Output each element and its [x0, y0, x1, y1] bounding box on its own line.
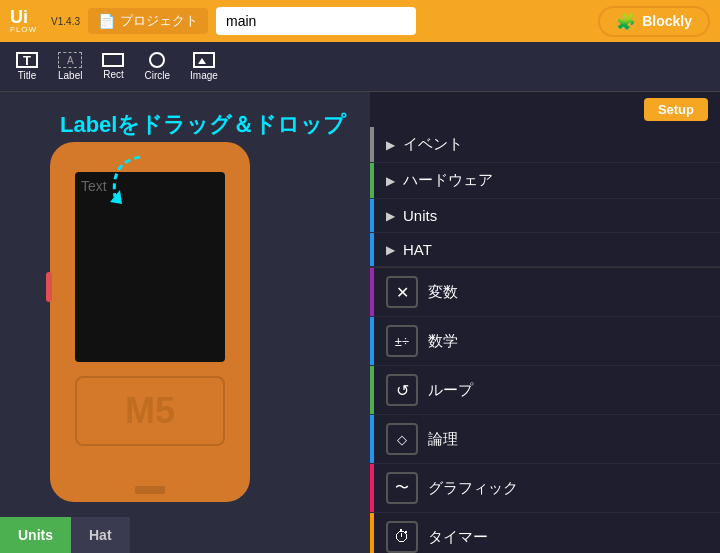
- image-tool[interactable]: Image: [190, 52, 218, 81]
- menu-item-variables[interactable]: ✕ 変数: [370, 268, 720, 317]
- title-tool-label: Title: [18, 70, 37, 81]
- menu-item-logic[interactable]: ◇ 論理: [370, 415, 720, 464]
- setup-area: Setup: [370, 92, 720, 127]
- bottom-tabs: Units Hat: [0, 517, 370, 553]
- loop-label: ループ: [428, 381, 473, 400]
- menu-item-math[interactable]: ±÷ 数学: [370, 317, 720, 366]
- math-bar: [370, 317, 374, 365]
- device-label-area: M5: [75, 376, 225, 446]
- menu-item-graphic[interactable]: 〜 グラフィック: [370, 464, 720, 513]
- hardware-bar: [370, 163, 374, 198]
- event-bar: [370, 127, 374, 162]
- circle-icon: [149, 52, 165, 68]
- graphic-label: グラフィック: [428, 479, 518, 498]
- document-icon: 📄: [98, 13, 115, 29]
- label-tool-label: Label: [58, 70, 82, 81]
- right-panel: Setup ▶ イベント ▶ ハードウェア ▶ Units: [370, 92, 720, 553]
- drag-arrow-indicator: [100, 152, 160, 216]
- menu-item-timer[interactable]: ⏱ タイマー: [370, 513, 720, 553]
- hat-bar: [370, 233, 374, 266]
- units-bar: [370, 199, 374, 232]
- timer-label: タイマー: [428, 528, 488, 547]
- rect-tool-label: Rect: [103, 69, 124, 80]
- blockly-button[interactable]: 🧩 Blockly: [598, 6, 710, 37]
- main-area: Labelをドラッグ＆ドロップ Text M5: [0, 92, 720, 553]
- logo-flow: FLOW: [10, 26, 37, 34]
- graphic-bar: [370, 464, 374, 512]
- image-tool-label: Image: [190, 70, 218, 81]
- rect-icon: [102, 53, 124, 67]
- main-input[interactable]: [216, 7, 416, 35]
- loop-icon: ↺: [386, 374, 418, 406]
- timer-icon: ⏱: [386, 521, 418, 553]
- menu-item-event[interactable]: ▶ イベント: [370, 127, 720, 163]
- blockly-label: Blockly: [642, 13, 692, 29]
- toolbar: T Title A Label Rect Circle Image: [0, 42, 720, 92]
- circle-tool-label: Circle: [144, 70, 170, 81]
- canvas-panel[interactable]: Labelをドラッグ＆ドロップ Text M5: [0, 92, 370, 553]
- menu-item-loop[interactable]: ↺ ループ: [370, 366, 720, 415]
- variables-bar: [370, 268, 374, 316]
- version-badge: V1.4.3: [51, 16, 80, 27]
- image-icon: [193, 52, 215, 68]
- drag-hint: Labelをドラッグ＆ドロップ: [60, 110, 346, 140]
- math-icon: ±÷: [386, 325, 418, 357]
- loop-bar: [370, 366, 374, 414]
- device-connector: [135, 486, 165, 494]
- units-arrow: ▶: [386, 209, 395, 223]
- hat-label: HAT: [403, 241, 432, 258]
- project-button[interactable]: 📄 プロジェクト: [88, 8, 208, 34]
- hardware-arrow: ▶: [386, 174, 395, 188]
- title-icon: T: [16, 52, 38, 68]
- m5-label: M5: [125, 390, 175, 432]
- menu-item-hardware[interactable]: ▶ ハードウェア: [370, 163, 720, 199]
- variables-icon: ✕: [386, 276, 418, 308]
- label-icon: A: [58, 52, 82, 68]
- logo-area: Ui FLOW: [10, 8, 37, 34]
- menu-item-units[interactable]: ▶ Units: [370, 199, 720, 233]
- puzzle-icon: 🧩: [616, 12, 636, 31]
- event-arrow: ▶: [386, 138, 395, 152]
- logic-icon: ◇: [386, 423, 418, 455]
- tab-units[interactable]: Units: [0, 517, 71, 553]
- logo-ui: Ui: [10, 8, 28, 26]
- graphic-icon: 〜: [386, 472, 418, 504]
- tab-hat[interactable]: Hat: [71, 517, 130, 553]
- units-label: Units: [403, 207, 437, 224]
- event-label: イベント: [403, 135, 463, 154]
- label-tool[interactable]: A Label: [58, 52, 82, 81]
- logic-bar: [370, 415, 374, 463]
- hardware-label: ハードウェア: [403, 171, 493, 190]
- variables-label: 変数: [428, 283, 458, 302]
- hat-arrow: ▶: [386, 243, 395, 257]
- setup-button[interactable]: Setup: [644, 98, 708, 121]
- header: Ui FLOW V1.4.3 📄 プロジェクト 🧩 Blockly: [0, 0, 720, 42]
- title-tool[interactable]: T Title: [16, 52, 38, 81]
- circle-tool[interactable]: Circle: [144, 52, 170, 81]
- project-label: プロジェクト: [120, 12, 198, 30]
- device-side-button: [46, 272, 52, 302]
- menu-list: ▶ イベント ▶ ハードウェア ▶ Units ▶ HAT: [370, 127, 720, 553]
- logic-label: 論理: [428, 430, 458, 449]
- svg-marker-0: [110, 190, 122, 204]
- timer-bar: [370, 513, 374, 553]
- menu-item-hat[interactable]: ▶ HAT: [370, 233, 720, 267]
- rect-tool[interactable]: Rect: [102, 53, 124, 80]
- math-label: 数学: [428, 332, 458, 351]
